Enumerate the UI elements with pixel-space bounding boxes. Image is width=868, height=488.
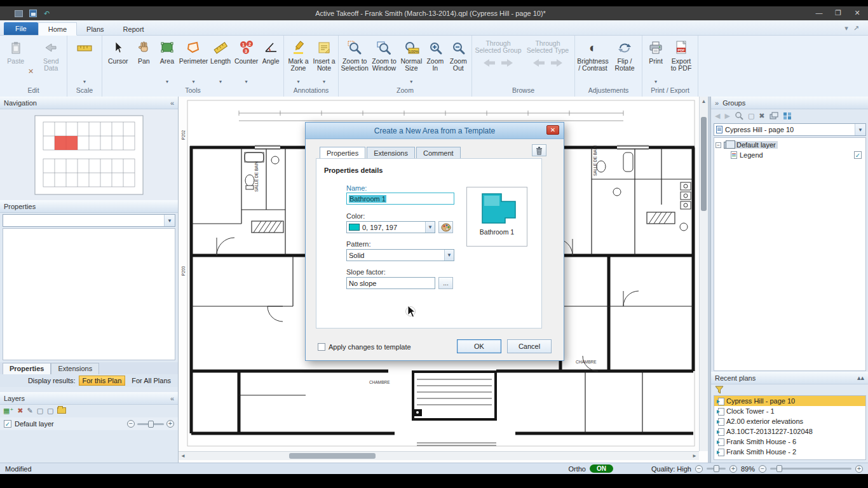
- select-group-icon[interactable]: ▢: [748, 112, 754, 120]
- properties-combo[interactable]: ▼: [3, 214, 175, 227]
- tab-home[interactable]: Home: [38, 22, 77, 36]
- ortho-toggle[interactable]: ON: [590, 464, 613, 473]
- dialog-tab-properties[interactable]: Properties: [320, 147, 365, 158]
- tree-row-default-layer[interactable]: − Default layer: [715, 140, 864, 150]
- tab-report[interactable]: Report: [114, 23, 154, 35]
- prev-group-icon[interactable]: ◀: [715, 112, 720, 120]
- recent-plan-item[interactable]: Frank Smith House - 6: [714, 437, 865, 447]
- print-button[interactable]: Print ▾: [644, 37, 668, 86]
- scale-dropdown-caret[interactable]: ▾: [83, 79, 86, 86]
- collapse-panel-icon[interactable]: «: [170, 99, 174, 107]
- delete-icon[interactable]: ✕: [28, 67, 34, 76]
- delete-layer-icon[interactable]: ✖: [17, 407, 23, 414]
- opacity-plus-icon[interactable]: +: [166, 420, 174, 428]
- recent-plan-item[interactable]: A3.10CT-20131227-102048: [714, 426, 865, 437]
- tab-properties[interactable]: Properties: [3, 363, 51, 374]
- horizontal-scroll-thumb[interactable]: [289, 453, 376, 459]
- recent-plan-item[interactable]: Cypress Hill - page 10: [714, 396, 865, 406]
- filter-icon[interactable]: [715, 386, 724, 394]
- save-icon[interactable]: [28, 10, 37, 18]
- chevron-down-icon[interactable]: ▼: [164, 215, 175, 226]
- browse-group-button[interactable]: Through Selected Group: [473, 37, 523, 86]
- recent-plan-item[interactable]: A2.00 exterior elevations: [714, 416, 865, 426]
- close-button[interactable]: ✕: [848, 8, 867, 19]
- scroll-left-icon[interactable]: ◄: [179, 453, 187, 459]
- collapse-node-icon[interactable]: −: [715, 142, 721, 148]
- delete-group-icon[interactable]: ✖: [759, 112, 764, 120]
- scroll-right-icon[interactable]: ►: [690, 453, 699, 459]
- vertical-scrollbar[interactable]: ▲: [699, 97, 708, 451]
- tab-plans[interactable]: Plans: [77, 23, 114, 35]
- add-layer-icon[interactable]: ▦⁺: [3, 407, 13, 414]
- normal-size-dropdown-caret[interactable]: ▾: [410, 79, 412, 86]
- zoom-window-button[interactable]: Zoom to Window: [369, 37, 398, 86]
- slope-browse-button[interactable]: ...: [438, 277, 453, 289]
- dialog-tab-extensions[interactable]: Extensions: [367, 147, 415, 158]
- tree-row-legend[interactable]: Legend ✓: [715, 150, 864, 160]
- area-dropdown-caret[interactable]: ▾: [166, 79, 168, 86]
- flip-rotate-button[interactable]: Flip / Rotate: [609, 37, 640, 86]
- counter-tool-button[interactable]: 123 Counter ▾: [233, 37, 260, 86]
- chevron-down-icon[interactable]: ▼: [855, 124, 865, 135]
- for-all-plans-toggle[interactable]: For All Plans: [128, 376, 174, 385]
- next-group-icon[interactable]: ▶: [724, 112, 729, 120]
- mark-zone-button[interactable]: Mark a Zone ▾: [285, 37, 311, 86]
- collapse-layers-icon[interactable]: «: [170, 395, 174, 402]
- quality-slider[interactable]: [707, 468, 726, 470]
- export-pdf-button[interactable]: PDF Export to PDF: [668, 37, 695, 86]
- slope-factor-field[interactable]: No slope: [346, 277, 435, 289]
- layer-row-default[interactable]: ✓ Default layer − +: [0, 417, 178, 430]
- dialog-close-button[interactable]: ✕: [546, 125, 559, 135]
- delete-template-button[interactable]: [532, 144, 546, 156]
- group-plan-selector[interactable]: Cypress Hill - page 10 ▼: [714, 123, 866, 136]
- chevron-down-icon[interactable]: ▼: [444, 250, 454, 261]
- move-down-layer-icon[interactable]: ▢: [47, 407, 53, 414]
- color-combo[interactable]: 0, 197, 197 ▼: [346, 221, 435, 233]
- find-group-icon[interactable]: [735, 111, 743, 120]
- move-up-layer-icon[interactable]: ▢: [37, 407, 43, 414]
- zoom-selection-button[interactable]: Zoom to Selection: [340, 37, 369, 86]
- layer-opacity-slider[interactable]: − +: [127, 420, 174, 428]
- undo-icon[interactable]: ↶: [42, 10, 51, 18]
- legend-visibility-checkbox[interactable]: ✓: [854, 151, 862, 159]
- recent-plan-item[interactable]: Clock Tower - 1: [714, 406, 865, 416]
- mark-zone-dropdown-caret[interactable]: ▾: [297, 79, 299, 86]
- expand-groups-icon[interactable]: »: [715, 99, 719, 107]
- cursor-tool-button[interactable]: Cursor: [104, 37, 133, 86]
- horizontal-scrollbar[interactable]: ◄ ►: [179, 451, 699, 460]
- layer-visibility-checkbox[interactable]: ✓: [4, 420, 11, 428]
- dialog-tab-comment[interactable]: Comment: [416, 147, 461, 158]
- pan-tool-button[interactable]: Pan: [133, 37, 156, 86]
- counter-dropdown-caret[interactable]: ▾: [245, 79, 248, 86]
- recent-plan-item[interactable]: Frank Smith House - 2: [714, 447, 865, 457]
- zoom-minus-icon[interactable]: −: [759, 465, 766, 473]
- scale-button[interactable]: ▾: [70, 37, 99, 86]
- opacity-minus-icon[interactable]: −: [127, 420, 135, 428]
- dialog-titlebar[interactable]: Create a New Area from a Template ✕: [306, 123, 564, 139]
- perimeter-dropdown-caret[interactable]: ▾: [192, 79, 194, 86]
- cancel-button[interactable]: Cancel: [507, 339, 552, 353]
- chevron-down-icon[interactable]: ▼: [425, 222, 435, 233]
- paste-button[interactable]: Paste: [1, 37, 31, 86]
- area-tool-button[interactable]: Area ▾: [155, 37, 179, 86]
- normal-size-button[interactable]: 100% Normal Size ▾: [399, 37, 424, 86]
- grid-view-icon[interactable]: [783, 112, 792, 120]
- insert-note-dropdown-caret[interactable]: ▾: [323, 79, 325, 86]
- zoom-in-button[interactable]: Zoom In: [424, 37, 446, 86]
- folder-icon[interactable]: [57, 407, 66, 414]
- titlebar[interactable]: ↶ Active Takeoff - Frank Smith (March-13…: [0, 6, 868, 20]
- maximize-button[interactable]: ❐: [829, 8, 848, 19]
- stack-icon[interactable]: [770, 112, 778, 120]
- zoom-out-button[interactable]: Zoom Out: [447, 37, 470, 86]
- zoom-plus-icon[interactable]: +: [855, 465, 863, 473]
- tree-node-label[interactable]: Default layer: [735, 141, 778, 149]
- help-arrow-icon[interactable]: ↗: [853, 24, 859, 32]
- tab-extensions[interactable]: Extensions: [51, 363, 99, 374]
- pin-panel-icon[interactable]: ▴▴: [857, 374, 864, 382]
- name-input[interactable]: Bathroom 1: [346, 193, 454, 205]
- perimeter-tool-button[interactable]: Perimeter ▾: [179, 37, 208, 86]
- pattern-combo[interactable]: Solid ▼: [346, 249, 454, 261]
- length-tool-button[interactable]: Length ▾: [208, 37, 233, 86]
- scroll-up-icon[interactable]: ▲: [700, 97, 708, 104]
- ok-button[interactable]: OK: [457, 339, 501, 353]
